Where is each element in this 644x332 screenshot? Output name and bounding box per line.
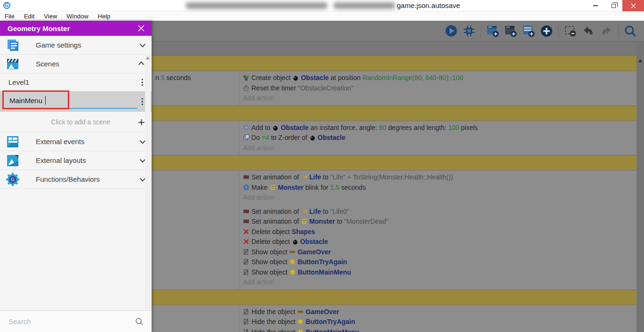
monster-icon [269,184,276,191]
event-instruction[interactable]: Show object GameOver [243,247,635,258]
actions-cell[interactable]: Set animation of Life to "Life0"Set anim… [239,205,636,290]
redo-icon [600,24,613,38]
project-manager-panel: Geometry Monster Game settings Scenes Le… [0,21,152,332]
event-sheet-scrollbar[interactable] [636,41,644,332]
event-instruction[interactable]: Make Monster blink for 1.5 seconds [243,183,635,193]
search-icon[interactable] [135,317,144,326]
event-instruction[interactable]: Set animation of Monster to "MonsterDead… [243,217,635,227]
button-icon [297,329,304,332]
instruction-text: an instant force, angle: [309,124,379,131]
search-input[interactable] [8,317,135,325]
add-action-link[interactable]: Add action [243,277,635,288]
close-panel-icon[interactable] [137,24,145,32]
event-instruction[interactable]: Do =4 to Z-order of Obstacle [243,133,635,143]
event-instruction[interactable]: Delete object Obstacle [243,237,635,247]
instruction-text: "Life" + ToString(Monster.Health::Health… [330,173,453,181]
drawer-search-bar [0,310,152,332]
instruction-text: Make [251,184,269,191]
event-instruction[interactable]: n 5 seconds [155,73,236,83]
event-instruction[interactable]: Hide the object ButtonTryAgain [243,317,635,327]
menu-item-help[interactable]: Help [97,13,115,20]
life-icon [301,208,307,215]
object-name: Life [309,208,321,215]
undo-button[interactable] [581,24,596,38]
svg-text:G: G [11,177,15,182]
instruction-text: Set animation of [251,208,301,215]
event-instruction[interactable]: Reset the timer "ObstacleCreation" [243,83,635,94]
event-instruction[interactable]: Create object Obstacle at position Rando… [243,73,635,83]
animation-icon [243,208,250,215]
redo-button[interactable] [599,24,613,38]
scenes-icon [6,57,20,71]
add-subevent-icon [504,24,517,38]
delete-event-button[interactable] [564,24,578,38]
event-instruction[interactable]: Set animation of Life to "Life" + ToStri… [243,172,635,183]
instruction-text: blink for [304,184,330,191]
menu-item-view[interactable]: View [43,13,62,20]
maximize-button[interactable] [604,0,622,11]
debug-button[interactable] [462,24,476,38]
add-other-button[interactable] [539,24,554,38]
add-event-icon [486,24,499,38]
object-name: Obstacle [301,74,329,81]
object-name: ButtonTryAgain [298,258,347,266]
scene-rename-input[interactable] [4,94,137,109]
menu-item-window[interactable]: Window [65,13,93,20]
menu-item-file[interactable]: File [4,13,19,20]
close-button[interactable] [622,0,644,11]
instruction-text: Set animation of [251,173,301,181]
drawer-scrollbar[interactable] [145,54,151,322]
instruction-text: Show object [251,258,289,266]
sidebar-item-external-events[interactable]: External events [0,132,152,151]
add-event-button[interactable] [486,24,500,38]
add-action-link[interactable]: Add action [243,143,635,154]
actions-cell[interactable]: Create object Obstacle at position Rando… [239,71,636,105]
instruction-text: to [335,218,344,225]
event-instruction[interactable]: Show object ButtonMainMenu [243,267,635,278]
object-name: ButtonMainMenu [306,328,359,332]
instruction-text: Create object [251,74,292,81]
add-action-link[interactable]: Add action [243,93,635,104]
add-comment-button[interactable] [522,24,536,38]
sidebar-item-functions-behaviors[interactable]: G Functions/Behaviors [0,170,152,189]
actions-cell[interactable]: Set animation of Life to "Life" + ToStri… [239,170,636,205]
create-object-icon [243,74,250,81]
instruction-text: Hide the object [251,318,297,325]
object-name: Shapes [292,228,315,235]
scroll-up-icon [146,57,150,59]
project-title: Geometry Monster [8,24,70,32]
add-action-link[interactable]: Add action [243,193,635,203]
sidebar-item-scenes[interactable]: Scenes [0,55,152,73]
scene-item-level1[interactable]: Level1 ⋮ [0,73,152,91]
add-subevent-button[interactable] [504,24,518,38]
instruction-text: n [155,74,161,81]
timer-icon [243,85,250,91]
event-instruction[interactable]: Delete object Shapes [243,227,635,237]
delete-icon [243,238,250,245]
event-instruction[interactable]: Hide the object GameOver [243,307,635,317]
object-name: Obstacle [300,238,328,245]
visibility-icon [243,259,250,265]
obstacle-icon [292,74,299,81]
sidebar-item-game-settings[interactable]: Game settings [0,36,152,55]
toolbar-separator [481,24,481,38]
event-instruction[interactable]: Hide the object ButtonMainMenu [243,327,635,332]
window-controls [587,0,644,11]
add-other-icon [540,24,553,38]
sidebar-item-external-layouts[interactable]: External layouts [0,151,152,170]
instruction-text: Delete object [251,228,292,235]
search-events-button[interactable] [623,24,637,38]
event-instruction[interactable]: Show object ButtonTryAgain [243,257,635,267]
actions-cell[interactable]: Hide the object GameOverHide the object … [239,305,636,332]
functions-behaviors-icon: G [6,172,20,186]
minimize-button[interactable] [587,0,604,11]
preview-play-button[interactable] [444,24,458,38]
actions-cell[interactable]: Add to Obstacle an instant force, angle:… [239,121,636,155]
add-scene-row[interactable]: Click to add a scene + [0,112,152,132]
event-instruction[interactable]: Add to Obstacle an instant force, angle:… [243,123,635,133]
instruction-text: "Life0" [330,208,349,215]
menu-item-edit[interactable]: Edit [23,13,39,20]
event-instruction[interactable]: Set animation of Life to "Life0" [243,207,635,217]
scene-item-mainmenu-editing[interactable]: ⋮ [0,91,152,112]
instruction-text: Add to [251,124,272,131]
